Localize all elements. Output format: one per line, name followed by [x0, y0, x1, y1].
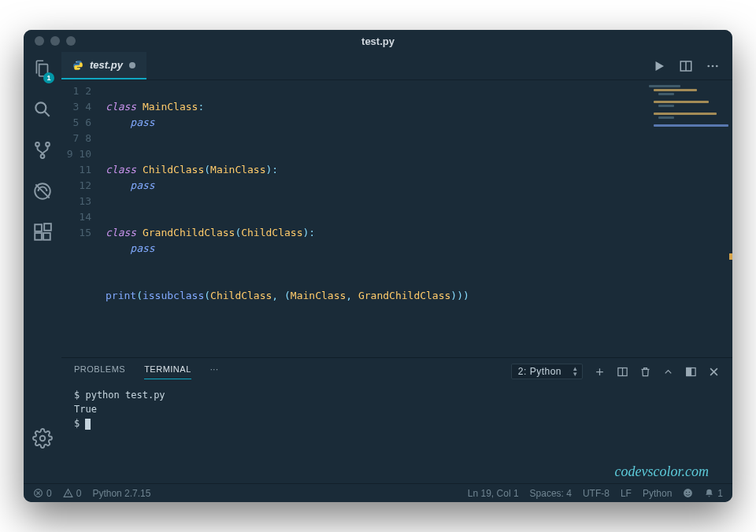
status-python-version[interactable]: Python 2.7.15 [92, 488, 150, 499]
svg-point-22 [689, 492, 690, 493]
svg-point-10 [76, 61, 76, 62]
svg-point-15 [716, 65, 718, 67]
settings-gear-icon[interactable] [32, 428, 53, 452]
status-encoding[interactable]: UTF-8 [583, 488, 610, 499]
svg-rect-18 [687, 368, 691, 375]
maximize-window-button[interactable] [66, 36, 76, 46]
body: 1 test.py [24, 52, 732, 483]
watermark: codevscolor.com [615, 464, 709, 480]
svg-point-14 [712, 65, 714, 67]
new-terminal-icon[interactable] [594, 366, 606, 378]
activity-bar: 1 [24, 52, 61, 483]
search-icon[interactable] [32, 99, 53, 123]
terminal-select[interactable]: 2: Python ▴▾ [511, 364, 583, 379]
svg-point-13 [707, 65, 710, 67]
svg-point-21 [686, 492, 687, 493]
svg-rect-7 [43, 233, 50, 240]
svg-rect-6 [35, 233, 42, 240]
status-errors[interactable]: 0 [33, 488, 52, 499]
close-window-button[interactable] [35, 36, 44, 46]
terminal-select-value: 2: Python [518, 366, 561, 377]
explorer-icon[interactable]: 1 [32, 58, 53, 82]
toggle-panel-icon[interactable] [685, 366, 697, 378]
status-language[interactable]: Python [643, 488, 672, 499]
svg-point-2 [46, 142, 50, 146]
status-eol[interactable]: LF [621, 488, 632, 499]
line-gutter: 1 2 3 4 5 6 7 8 9 10 11 12 13 14 15 [61, 83, 106, 357]
split-editor-icon[interactable] [679, 59, 693, 73]
panel-actions: 2: Python ▴▾ [511, 364, 720, 379]
editor-tabs: test.py [61, 52, 732, 80]
panel-tab-problems[interactable]: PROBLEMS [74, 364, 125, 379]
svg-point-20 [684, 489, 692, 497]
status-feedback-icon[interactable] [683, 488, 693, 498]
tab-filename: test.py [90, 59, 123, 71]
svg-point-9 [40, 436, 46, 441]
svg-rect-5 [35, 224, 42, 231]
editor-area: 1 2 3 4 5 6 7 8 9 10 11 12 13 14 15 clas… [61, 80, 732, 357]
editor-actions [652, 59, 732, 73]
trash-icon[interactable] [639, 366, 651, 378]
window-title: test.py [361, 35, 395, 47]
status-bar: 0 0 Python 2.7.15 Ln 19, Col 1 Spaces: 4… [24, 483, 732, 502]
status-warnings[interactable]: 0 [63, 488, 82, 499]
panel-tabs: PROBLEMS TERMINAL ··· 2: Python ▴▾ [61, 358, 732, 385]
svg-point-3 [41, 154, 45, 158]
vscode-window: test.py 1 [24, 30, 732, 502]
explorer-badge: 1 [43, 72, 54, 83]
main-area: test.py 1 2 3 4 5 6 7 8 9 10 11 12 13 14… [61, 52, 732, 483]
svg-point-11 [79, 68, 80, 68]
traffic-lights [24, 36, 76, 46]
overview-ruler-marker [729, 253, 732, 260]
code-editor[interactable]: 1 2 3 4 5 6 7 8 9 10 11 12 13 14 15 clas… [61, 80, 732, 357]
tab-test-py[interactable]: test.py [61, 52, 146, 79]
select-arrows-icon: ▴▾ [573, 366, 578, 377]
panel-tab-more[interactable]: ··· [210, 364, 219, 379]
titlebar: test.py [24, 30, 732, 52]
debug-icon[interactable] [32, 181, 53, 205]
split-terminal-icon[interactable] [617, 366, 628, 378]
status-notifications[interactable]: 1 [704, 488, 723, 499]
more-actions-icon[interactable] [706, 59, 720, 73]
minimize-window-button[interactable] [50, 36, 60, 46]
code-content[interactable]: class MainClass: pass class ChildClass(M… [106, 83, 732, 357]
close-panel-icon[interactable] [708, 366, 720, 378]
svg-point-1 [35, 142, 39, 146]
python-file-icon [72, 60, 83, 71]
extensions-icon[interactable] [32, 222, 53, 246]
run-icon[interactable] [652, 59, 666, 73]
svg-rect-8 [44, 224, 51, 231]
status-cursor-position[interactable]: Ln 19, Col 1 [468, 488, 519, 499]
svg-point-0 [35, 102, 46, 113]
maximize-panel-icon[interactable] [662, 366, 674, 378]
source-control-icon[interactable] [32, 140, 53, 164]
unsaved-dot-icon [129, 62, 135, 68]
panel-tab-terminal[interactable]: TERMINAL [144, 364, 191, 379]
status-indentation[interactable]: Spaces: 4 [530, 488, 572, 499]
